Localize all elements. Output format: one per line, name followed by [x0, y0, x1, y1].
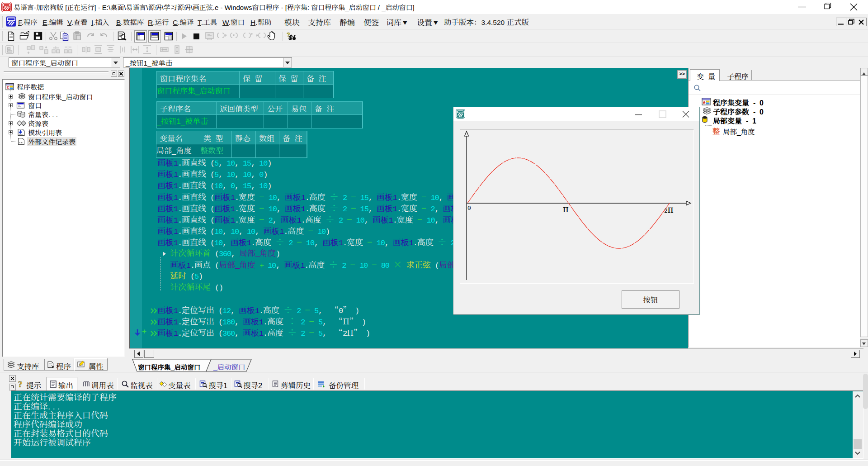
svg-text:?: ? — [18, 380, 23, 388]
svg-text:e: e — [7, 85, 9, 90]
svg-text:e: e — [703, 100, 706, 105]
